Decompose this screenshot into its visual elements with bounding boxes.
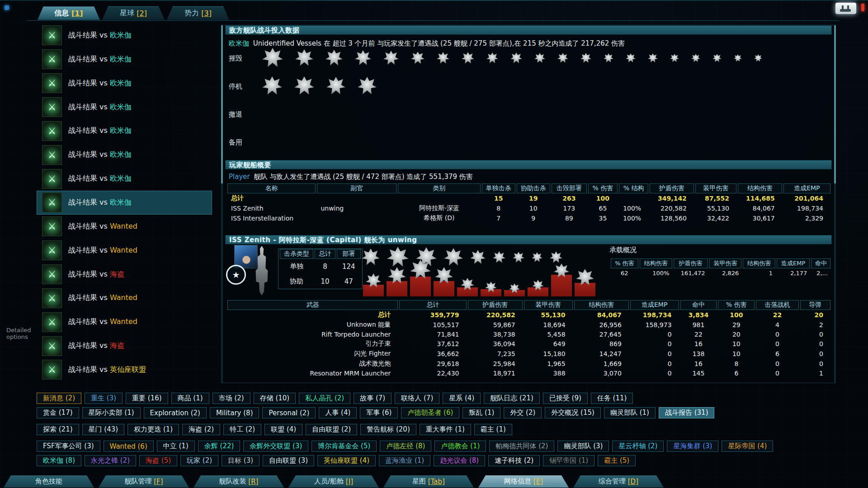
faction-button[interactable]: 欧米伽 (8) xyxy=(37,455,81,466)
faction-button[interactable]: 博尔肯基金会 (5) xyxy=(311,441,377,452)
faction-button[interactable]: Wanted (6) xyxy=(104,441,154,452)
power-icon[interactable] xyxy=(835,3,856,14)
filter-button[interactable]: 外交概况 (15) xyxy=(545,407,601,418)
filter-button[interactable]: 舰队日志 (21) xyxy=(484,393,540,404)
faction-button[interactable]: 幽灵部队 (3) xyxy=(557,441,609,452)
filter-button[interactable]: 商品 (1) xyxy=(171,393,209,404)
table-cell: 22 xyxy=(680,330,717,339)
intel-list-item[interactable]: ⚔ 战斗结果 vs 欧米伽 xyxy=(37,143,212,167)
filter-button[interactable]: 新消息 (2) xyxy=(37,393,81,404)
toolbar-hotkey: [E] xyxy=(531,478,543,486)
filter-button[interactable]: 故事 (7) xyxy=(354,393,392,404)
battle-report-icon: ⚔ xyxy=(42,121,62,141)
scrollbar-thumb[interactable] xyxy=(221,25,223,183)
toolbar-button[interactable]: 角色技能 [] xyxy=(4,475,94,488)
filter-button[interactable]: 赏金 (17) xyxy=(37,407,79,418)
faction-button[interactable]: 锡罕帝国 (1) xyxy=(543,455,594,466)
faction-button[interactable]: 中立 (1) xyxy=(157,441,195,452)
filter-button[interactable]: 叛乱 (1) xyxy=(462,407,500,418)
filter-button[interactable]: 战斗报告 (31) xyxy=(659,407,715,418)
faction-button[interactable]: 星海集群 (3) xyxy=(667,441,718,452)
faction-button[interactable]: 自由联盟 (3) xyxy=(263,455,314,466)
tab[interactable]: 信息 [1] xyxy=(38,6,100,20)
intel-list-item[interactable]: ⚔ 战斗结果 vs 欧米伽 xyxy=(37,95,212,119)
filter-button[interactable]: 自由联盟 (2) xyxy=(306,424,357,435)
faction-button[interactable]: 星际帝国 (4) xyxy=(722,441,773,452)
faction-button[interactable]: 趋光议会 (8) xyxy=(434,455,485,466)
faction-button[interactable]: 蓝海渔业 (1) xyxy=(379,455,430,466)
table-cell: 62 xyxy=(611,268,638,278)
intel-list-item[interactable]: ⚔ 战斗结果 vs Wanted xyxy=(37,286,212,310)
filter-button[interactable]: Personal (2) xyxy=(262,407,316,418)
faction-button[interactable]: 速子科技 (2) xyxy=(488,455,540,466)
faction-button[interactable]: 余辉外交联盟 (3) xyxy=(243,441,308,452)
intel-list-item[interactable]: ⚔ 战斗结果 vs 欧米伽 xyxy=(37,47,212,71)
toolbar-button[interactable]: 舰队改装 [R] xyxy=(193,475,284,488)
toolbar-button[interactable]: 综合管理 [D] xyxy=(573,475,664,488)
filter-button[interactable]: 任务 (11) xyxy=(591,393,633,404)
filter-button[interactable]: 存储 (10) xyxy=(254,393,296,404)
filter-button[interactable]: 探索 (21) xyxy=(37,424,79,435)
toolbar-button[interactable]: 网络信息 [E] xyxy=(478,475,569,488)
faction-button[interactable]: 余辉 (22) xyxy=(198,441,241,452)
intel-list-item[interactable]: ⚔ 战斗结果 vs 海盗 xyxy=(37,334,212,358)
table-cell: 8 xyxy=(718,359,755,369)
filter-button[interactable]: 霸主 (1) xyxy=(474,424,512,435)
filter-button[interactable]: 已接受 (9) xyxy=(543,393,588,404)
intel-item-label: 战斗结果 vs Wanted xyxy=(68,222,137,231)
intel-list-item[interactable]: ⚔ 战斗结果 vs 欧米伽 xyxy=(37,23,212,47)
filter-button[interactable]: 重生 (3) xyxy=(85,393,123,404)
filter-button[interactable]: 外交 (2) xyxy=(504,407,542,418)
faction-button[interactable]: FSF军事公司 (3) xyxy=(37,441,100,452)
right-scrollbar[interactable] xyxy=(834,25,836,383)
filter-button[interactable]: 市场 (2) xyxy=(212,393,250,404)
filter-button[interactable]: 联络人 (7) xyxy=(395,393,439,404)
faction-button[interactable]: 海盗 (5) xyxy=(139,455,177,466)
faction-button[interactable]: 卢德教会 (1) xyxy=(434,441,486,452)
filter-button[interactable]: 星系 (4) xyxy=(443,393,481,404)
filter-button[interactable]: 特工 (2) xyxy=(223,424,261,435)
toolbar-button[interactable]: 舰队管理 [F] xyxy=(99,475,189,488)
faction-button[interactable]: 英仙座联盟 (4) xyxy=(317,455,376,466)
intel-list-item[interactable]: ⚔ 战斗结果 vs Wanted xyxy=(37,310,212,334)
filter-button[interactable]: 重要 (16) xyxy=(126,393,168,404)
game-screen: 信息 [1] 星球 [2] 势力 [3] Detailed options ⚔ … xyxy=(0,0,868,488)
filter-button[interactable]: 卢德朝圣者 (6) xyxy=(401,407,459,418)
toolbar-button[interactable]: 人员/船舱 [I] xyxy=(288,475,379,488)
intel-list-item[interactable]: ⚔ 战斗结果 vs 欧米伽 xyxy=(37,71,212,95)
faction-button[interactable]: 目标 (3) xyxy=(222,455,259,466)
intel-list-item[interactable]: ⚔ 战斗结果 vs 欧米伽 xyxy=(37,191,212,215)
intel-list-item[interactable]: ⚔ 战斗结果 vs 欧米伽 xyxy=(37,167,212,191)
filter-button[interactable]: 联盟 (4) xyxy=(264,424,302,435)
faction-button[interactable]: 星云杼轴 (2) xyxy=(612,441,664,452)
intel-list-item[interactable]: ⚔ 战斗结果 vs 海盗 xyxy=(37,263,212,286)
table-cell: 869 xyxy=(574,339,629,349)
kill-icons-row xyxy=(362,246,562,269)
filter-button[interactable]: Exploration (2) xyxy=(144,407,207,418)
filter-button[interactable]: 幽灵部队 (1) xyxy=(604,407,656,418)
filter-button[interactable]: 海盗 (2) xyxy=(182,424,220,435)
faction-button[interactable]: 帕梅德共同体 (2) xyxy=(489,441,554,452)
filter-button[interactable]: 星门 (43) xyxy=(82,424,125,435)
filter-button[interactable]: 星际小卖部 (1) xyxy=(82,407,141,418)
scrollbar-thumb[interactable] xyxy=(834,25,836,183)
filter-button[interactable]: 私人晶孔 (2) xyxy=(299,393,350,404)
intel-list-item[interactable]: ⚔ 战斗结果 vs Wanted xyxy=(37,239,212,263)
intel-list-item[interactable]: ⚔ 战斗结果 vs 欧米伽 xyxy=(37,119,212,143)
faction-button[interactable]: 卢德左径 (8) xyxy=(380,441,431,452)
intel-list-item[interactable]: ⚔ 战斗结果 vs Wanted xyxy=(37,215,212,239)
left-scrollbar[interactable] xyxy=(221,25,223,383)
filter-button[interactable]: 重大事件 (1) xyxy=(420,424,471,435)
filter-button[interactable]: 权力更迭 (1) xyxy=(127,424,179,435)
filter-button[interactable]: 人事 (4) xyxy=(319,407,357,418)
filter-button[interactable]: 警告航标 (20) xyxy=(360,424,416,435)
faction-button[interactable]: 永光之锋 (2) xyxy=(85,455,136,466)
faction-button[interactable]: 霸主 (5) xyxy=(598,455,636,466)
intel-list-item[interactable]: ⚔ 战斗结果 vs 英仙座联盟 xyxy=(37,358,212,382)
filter-button[interactable]: 军事 (6) xyxy=(360,407,398,418)
faction-button[interactable]: 玩家 (2) xyxy=(180,455,218,466)
tab[interactable]: 势力 [3] xyxy=(167,6,229,20)
filter-button[interactable]: Military (8) xyxy=(210,407,259,418)
tab[interactable]: 星球 [2] xyxy=(102,6,165,20)
toolbar-button[interactable]: 星图 [Tab] xyxy=(383,475,474,488)
